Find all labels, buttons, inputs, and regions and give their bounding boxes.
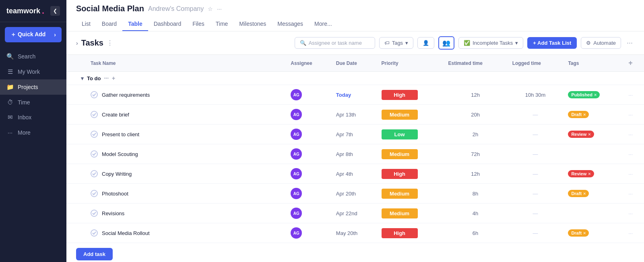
priority-badge: High <box>382 90 418 100</box>
tag-remove-icon[interactable]: × <box>583 191 586 196</box>
tab-dashboard[interactable]: Dashboard <box>148 17 187 31</box>
th-add-column[interactable]: + <box>623 55 644 72</box>
sidebar-item-inbox[interactable]: ✉ Inbox <box>0 110 66 125</box>
task-name-cell: Present to client <box>66 125 286 144</box>
header-more-icon[interactable]: ··· <box>217 6 222 12</box>
task-name-cell: Revisions <box>66 204 286 223</box>
tab-list[interactable]: List <box>76 17 96 31</box>
assignee-cell: AG <box>286 125 331 144</box>
tab-table[interactable]: Table <box>122 17 148 31</box>
more-icon: ··· <box>6 129 14 136</box>
task-check-button[interactable] <box>91 111 98 118</box>
sidebar-item-more[interactable]: ··· More <box>0 125 66 140</box>
sidebar-item-time[interactable]: ⏱ Time <box>0 95 66 110</box>
automate-button[interactable]: ⚙ Automate <box>581 37 621 49</box>
tag-badge: Draft × <box>568 190 589 197</box>
time-icon: ⏱ <box>6 99 14 106</box>
sidebar-item-search[interactable]: 🔍 Search <box>0 49 66 64</box>
row-options-icon[interactable]: ··· <box>628 92 633 98</box>
tabs: List Board Table Dashboard Files Time Mi… <box>76 17 634 31</box>
logged-time-dash: — <box>533 210 538 216</box>
tag-remove-icon[interactable]: × <box>588 171 590 176</box>
section-chevron-icon[interactable]: ▾ <box>81 75 84 81</box>
sidebar-item-projects[interactable]: 📁 Projects <box>0 79 66 95</box>
logged-time-value: 10h 30m <box>525 92 546 98</box>
tag-remove-icon[interactable]: × <box>583 231 586 235</box>
tab-milestones[interactable]: Milestones <box>233 17 272 31</box>
row-options-icon[interactable]: ··· <box>628 112 633 118</box>
due-date-value: Apr 4th <box>336 171 353 177</box>
due-date-value: Apr 22nd <box>336 210 357 216</box>
star-icon[interactable]: ☆ <box>208 6 213 12</box>
check-circle-icon: ✅ <box>464 40 470 46</box>
tasks-options-icon[interactable]: ⋮ <box>107 39 113 47</box>
task-name-text: Copy Writing <box>102 171 132 177</box>
add-task-button[interactable]: Add task <box>76 248 113 260</box>
row-options-icon[interactable]: ··· <box>628 131 633 137</box>
task-check-button[interactable] <box>91 150 98 158</box>
tag-remove-icon[interactable]: × <box>588 132 590 137</box>
due-date-cell: Apr 7th <box>331 125 377 144</box>
tasks-expand-icon[interactable]: › <box>76 40 78 46</box>
quick-add-label: Quick Add <box>18 31 46 37</box>
priority-cell: Medium <box>377 204 444 223</box>
search-placeholder: Assignee or task name <box>309 40 362 46</box>
task-check-button[interactable] <box>91 131 98 138</box>
avatar: AG <box>291 168 302 179</box>
priority-cell: Medium <box>377 105 444 125</box>
task-check-button[interactable] <box>91 190 98 197</box>
tab-board[interactable]: Board <box>96 17 122 31</box>
avatar: AG <box>291 208 302 219</box>
tags-cell: Published × <box>563 85 623 105</box>
incomplete-tasks-filter[interactable]: ✅ Incomplete Tasks ▾ <box>458 37 523 49</box>
logo: teamwork. <box>6 6 44 16</box>
priority-cell: High <box>377 164 444 184</box>
table-row: Gather requirements AGTodayHigh12h10h 30… <box>66 85 644 105</box>
add-task-list-button[interactable]: + Add Task List <box>527 37 577 49</box>
estimated-time-value: 20h <box>471 112 480 118</box>
search-box[interactable]: 🔍 Assignee or task name <box>295 37 375 49</box>
task-check-button[interactable] <box>91 91 98 98</box>
tab-time[interactable]: Time <box>210 17 234 31</box>
task-check-button[interactable] <box>91 170 98 177</box>
priority-badge: Medium <box>382 189 418 199</box>
row-options-icon[interactable]: ··· <box>628 210 633 216</box>
search-icon: 🔍 <box>300 40 306 46</box>
assignee-filter-button[interactable]: 👤 <box>417 37 434 49</box>
row-options-cell: ··· <box>623 125 644 144</box>
task-check-button[interactable] <box>91 210 98 217</box>
tab-files[interactable]: Files <box>187 17 210 31</box>
section-add-icon[interactable]: + <box>112 75 115 81</box>
tab-more[interactable]: More... <box>309 17 338 31</box>
tag-remove-icon[interactable]: × <box>594 92 597 97</box>
task-name-text: Create brief <box>102 112 129 118</box>
table-row: Present to client AGApr 7thLow2h—Review … <box>66 125 644 144</box>
more-options-icon[interactable]: ··· <box>625 37 634 49</box>
sidebar-collapse-button[interactable]: ❮ <box>50 6 60 16</box>
page-title: Social Media Plan <box>76 4 144 13</box>
avatar: AG <box>291 89 302 100</box>
logo-dot: . <box>42 6 44 16</box>
sidebar-item-my-work[interactable]: ☰ My Work <box>0 64 66 79</box>
sidebar-item-label: Inbox <box>18 114 31 121</box>
quick-add-button[interactable]: ＋ Quick Add › <box>5 27 62 42</box>
priority-badge: High <box>382 228 418 238</box>
due-date-cell: Apr 4th <box>331 164 377 184</box>
section-options-icon[interactable]: ··· <box>104 75 109 81</box>
tags-filter-button[interactable]: 🏷 Tags ▾ <box>379 37 413 49</box>
row-options-icon[interactable]: ··· <box>628 171 633 177</box>
tags-cell: Draft × <box>563 184 623 204</box>
section-row-todo: ▾ To do ··· + <box>66 72 644 85</box>
tag-remove-icon[interactable]: × <box>583 112 586 117</box>
group-assignee-button[interactable]: 👥 <box>438 36 454 50</box>
row-options-icon[interactable]: ··· <box>628 151 633 157</box>
tab-messages[interactable]: Messages <box>272 17 309 31</box>
row-options-icon[interactable]: ··· <box>628 191 633 197</box>
estimated-time-cell: 2h <box>444 125 508 144</box>
due-date-value: Apr 7th <box>336 131 353 137</box>
logged-time-cell: — <box>508 105 564 125</box>
table-row: Photoshoot AGApr 20thMedium8h—Draft ×··· <box>66 184 644 204</box>
task-check-button[interactable] <box>91 229 98 237</box>
row-options-icon[interactable]: ··· <box>628 230 633 236</box>
estimated-time-value: 12h <box>471 171 480 177</box>
